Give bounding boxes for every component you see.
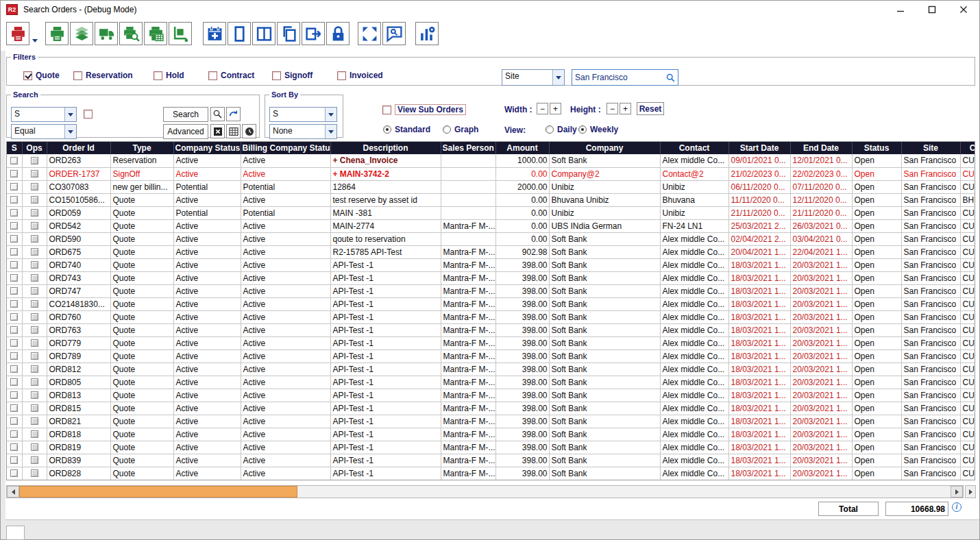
checkbox-icon[interactable] [23, 71, 32, 80]
row-select-checkbox[interactable] [10, 287, 18, 295]
checkbox-icon[interactable] [154, 71, 162, 80]
height-plus-button[interactable]: + [620, 103, 631, 114]
print-report-button[interactable] [144, 22, 167, 45]
reset-button[interactable]: Reset [637, 102, 664, 115]
table-row[interactable]: CO15010586...QuoteActiveActivetest reser… [7, 193, 975, 206]
chevron-down-icon[interactable] [552, 70, 564, 85]
export-button[interactable] [302, 22, 325, 45]
radio-standard-circle[interactable] [383, 125, 391, 134]
table-row[interactable]: ORD740QuoteActiveActiveAPI-Test -1Mantra… [7, 258, 975, 271]
filter-checkbox-signoff[interactable]: Signoff [272, 71, 313, 80]
table-row[interactable]: ORD812QuoteActiveActiveAPI-Test -1Mantra… [7, 363, 975, 376]
column-header-ops[interactable]: Ops [22, 142, 47, 154]
scrollbar-thumb[interactable] [19, 486, 297, 498]
table-row[interactable]: ORD590QuoteActiveActiveqoute to reservat… [7, 232, 975, 245]
row-ops-checkbox[interactable] [31, 456, 38, 464]
panel-button[interactable] [228, 22, 251, 45]
table-row[interactable]: ORD815QuoteActiveActiveAPI-Test -1Mantra… [7, 402, 975, 415]
row-select-checkbox[interactable] [10, 352, 18, 360]
column-header-end-date[interactable]: End Date [790, 142, 852, 154]
row-ops-checkbox[interactable] [31, 157, 38, 164]
print-button[interactable] [45, 22, 69, 45]
print-pick-list-button[interactable] [169, 22, 192, 45]
view-sub-orders-box[interactable] [382, 106, 391, 114]
row-ops-checkbox[interactable] [31, 235, 38, 243]
table-row[interactable]: ORD779QuoteActiveActiveAPI-Test -1Mantra… [7, 336, 975, 349]
row-ops-checkbox[interactable] [31, 274, 38, 282]
width-plus-button[interactable]: + [550, 103, 561, 114]
find-notes-button[interactable] [382, 22, 406, 45]
column-header-status[interactable]: Status [852, 142, 901, 154]
split-panel-button[interactable] [252, 22, 275, 45]
row-select-checkbox[interactable] [10, 209, 18, 217]
search-icon[interactable] [665, 73, 676, 83]
row-select-checkbox[interactable] [10, 365, 18, 373]
table-row[interactable]: ORD542QuoteActiveActiveMAIN-2774Mantra-F… [7, 219, 975, 232]
close-button[interactable] [948, 1, 979, 19]
column-header-company-status[interactable]: Company Status [173, 142, 241, 154]
row-ops-checkbox[interactable] [31, 417, 38, 425]
row-select-checkbox[interactable] [10, 391, 18, 399]
checkbox-icon[interactable] [337, 71, 346, 80]
horizontal-scrollbar[interactable] [6, 485, 964, 498]
filter-checkbox-invoiced[interactable]: Invoiced [337, 71, 383, 80]
row-ops-checkbox[interactable] [31, 469, 38, 477]
radio-daily-circle[interactable] [546, 125, 554, 134]
scroll-left-button[interactable] [7, 486, 19, 498]
filter-checkbox-hold[interactable]: Hold [154, 71, 184, 80]
column-header-order-id[interactable]: Order Id [47, 142, 110, 154]
row-select-checkbox[interactable] [10, 404, 18, 412]
row-ops-checkbox[interactable] [31, 222, 38, 230]
column-header-billing-company-status[interactable]: Billing Company Status [241, 142, 330, 154]
checkbox-icon[interactable] [208, 71, 217, 80]
row-select-checkbox[interactable] [10, 339, 18, 347]
panel-scroll-button[interactable] [965, 485, 976, 498]
print-menu-button[interactable] [6, 22, 29, 45]
row-ops-checkbox[interactable] [31, 339, 38, 347]
lock-button[interactable] [326, 22, 350, 45]
row-ops-checkbox[interactable] [31, 326, 38, 334]
table-row[interactable]: ORD813QuoteActiveActiveAPI-Test -1Mantra… [7, 389, 975, 402]
radio-graph-circle[interactable] [443, 125, 451, 134]
report-settings-button[interactable] [415, 22, 439, 45]
table-row[interactable]: ORD805QuoteActiveActiveAPI-Test -1Mantra… [7, 376, 975, 389]
expand-button[interactable] [358, 22, 381, 45]
scroll-right-button[interactable] [951, 486, 963, 498]
minimize-button[interactable] [885, 1, 916, 19]
row-ops-checkbox[interactable] [31, 209, 38, 217]
row-ops-checkbox[interactable] [31, 313, 38, 321]
row-ops-checkbox[interactable] [31, 443, 38, 451]
row-ops-checkbox[interactable] [31, 391, 38, 399]
maximize-button[interactable] [916, 1, 948, 19]
row-ops-checkbox[interactable] [31, 378, 38, 386]
radio-weekly-circle[interactable] [578, 125, 587, 134]
row-ops-checkbox[interactable] [31, 196, 38, 204]
column-header-type[interactable]: Type [110, 142, 173, 154]
table-row[interactable]: ORD828QuoteActiveActiveAPI-Test -1Mantra… [7, 467, 975, 480]
row-select-checkbox[interactable] [10, 417, 18, 425]
table-row[interactable]: ORD819QuoteActiveActiveAPI-Test -1Mantra… [7, 441, 975, 454]
table-row[interactable]: ORD747QuoteActiveActiveAPI-Test -1Mantra… [7, 284, 975, 297]
row-select-checkbox[interactable] [10, 300, 18, 308]
row-select-checkbox[interactable] [10, 183, 18, 191]
table-row[interactable]: ORDER-1737SignOffActiveActive+ MAIN-3742… [7, 167, 975, 180]
radio-daily[interactable]: Daily [546, 125, 577, 134]
filter-checkbox-quote[interactable]: Quote [23, 71, 60, 80]
row-select-checkbox[interactable] [10, 378, 18, 386]
row-select-checkbox[interactable] [10, 313, 18, 321]
row-select-checkbox[interactable] [10, 248, 18, 256]
column-header-company[interactable]: Company [549, 142, 660, 154]
row-ops-checkbox[interactable] [31, 248, 38, 256]
height-minus-button[interactable]: − [607, 103, 618, 114]
table-row[interactable]: ORD675QuoteActiveActiveR2-15785 API-Test… [7, 245, 975, 258]
row-select-checkbox[interactable] [10, 235, 18, 243]
checkbox-icon[interactable] [73, 71, 82, 80]
row-select-checkbox[interactable] [10, 274, 18, 282]
radio-graph[interactable]: Graph [443, 125, 478, 134]
row-ops-checkbox[interactable] [31, 352, 38, 360]
print-menu-chevron[interactable] [31, 22, 38, 45]
column-header-description[interactable]: Description [330, 142, 441, 154]
row-select-checkbox[interactable] [10, 469, 18, 477]
row-select-checkbox[interactable] [10, 430, 18, 438]
table-row[interactable]: ORD763QuoteActiveActiveAPI-Test -1Mantra… [7, 323, 975, 336]
